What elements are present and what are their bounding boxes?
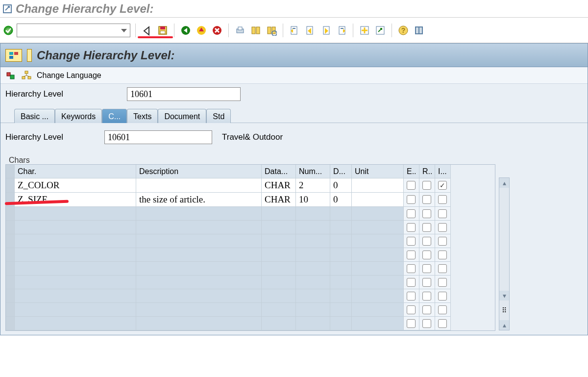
empty-cell[interactable]	[136, 289, 262, 303]
other-object-icon[interactable]	[5, 70, 16, 81]
tab-document[interactable]: Document	[158, 109, 206, 123]
next-page-icon[interactable]	[319, 24, 332, 37]
enter-icon[interactable]	[3, 25, 14, 36]
cancel-red-icon[interactable]	[211, 24, 223, 37]
checkbox-empty[interactable]	[438, 305, 447, 314]
data-cell[interactable]: CHAR	[262, 178, 296, 193]
empty-cell[interactable]	[352, 289, 404, 303]
back-green-icon[interactable]	[179, 24, 192, 37]
empty-cell[interactable]	[352, 207, 404, 221]
scroll-up-icon[interactable]: ▴	[499, 178, 509, 188]
empty-cell[interactable]	[15, 276, 136, 289]
row-selector[interactable]	[6, 178, 15, 193]
empty-cell[interactable]	[15, 234, 136, 248]
print-icon[interactable]	[234, 24, 246, 37]
tab-c[interactable]: C...	[102, 109, 127, 123]
empty-cell[interactable]	[262, 234, 296, 248]
hierarchy-icon[interactable]	[21, 70, 32, 81]
empty-cell[interactable]	[352, 234, 404, 248]
checkbox-empty[interactable]	[422, 278, 431, 287]
find-next-icon[interactable]	[265, 24, 278, 37]
chk-cell[interactable]	[404, 193, 419, 207]
char-cell[interactable]: Z_SIZE	[15, 193, 136, 207]
empty-cell[interactable]	[296, 207, 330, 221]
shortcut-icon[interactable]	[374, 24, 387, 37]
empty-cell[interactable]	[330, 262, 352, 276]
empty-cell[interactable]	[330, 234, 352, 248]
change-language-link[interactable]: Change Language	[37, 71, 101, 80]
checkbox-empty[interactable]	[422, 223, 431, 232]
row-selector[interactable]	[6, 234, 15, 248]
chk-cell[interactable]	[435, 207, 451, 221]
checkbox-empty[interactable]	[422, 292, 431, 301]
command-field[interactable]	[17, 24, 130, 37]
chk-cell[interactable]	[435, 178, 451, 193]
checkbox-empty[interactable]	[422, 305, 431, 314]
checkbox-empty[interactable]	[407, 319, 416, 328]
save-icon[interactable]	[156, 24, 169, 37]
empty-cell[interactable]	[262, 276, 296, 289]
chk-cell[interactable]	[419, 317, 435, 330]
checkbox-empty[interactable]	[438, 251, 447, 259]
empty-cell[interactable]	[296, 221, 330, 234]
checkbox-empty[interactable]	[438, 319, 447, 328]
checkbox-empty[interactable]	[438, 264, 447, 273]
num-cell[interactable]: 10	[296, 193, 330, 207]
dropdown-icon[interactable]	[119, 25, 129, 37]
checkbox-empty[interactable]	[407, 237, 416, 246]
unit-cell[interactable]	[352, 193, 404, 207]
chk-cell[interactable]	[435, 289, 451, 303]
empty-cell[interactable]	[352, 317, 404, 330]
chk-cell[interactable]	[419, 221, 435, 234]
help-icon[interactable]: ?	[397, 24, 410, 37]
chk-cell[interactable]	[404, 289, 419, 303]
chk-cell[interactable]	[404, 317, 419, 330]
chk-cell[interactable]	[404, 221, 419, 234]
checkbox-r[interactable]	[422, 195, 431, 204]
row-selector[interactable]	[6, 276, 15, 289]
empty-cell[interactable]	[15, 303, 136, 317]
checkbox-empty[interactable]	[407, 264, 416, 273]
d-cell[interactable]: 0	[330, 193, 352, 207]
empty-cell[interactable]	[262, 221, 296, 234]
tab-keywords[interactable]: Keywords	[55, 109, 102, 123]
num-cell[interactable]: 2	[296, 178, 330, 193]
hierarchy-level-field-2[interactable]	[104, 130, 212, 144]
row-selector[interactable]	[6, 248, 15, 262]
chk-cell[interactable]	[419, 289, 435, 303]
empty-cell[interactable]	[262, 317, 296, 330]
checkbox-empty[interactable]	[438, 209, 447, 218]
checkbox-empty[interactable]	[422, 319, 431, 328]
tab-std[interactable]: Std	[206, 109, 231, 123]
row-selector[interactable]	[6, 289, 15, 303]
checkbox-empty[interactable]	[407, 278, 416, 287]
exit-yellow-icon[interactable]	[195, 24, 208, 37]
checkbox-empty[interactable]	[422, 251, 431, 259]
chk-cell[interactable]	[435, 262, 451, 276]
chk-cell[interactable]	[419, 303, 435, 317]
row-selector[interactable]	[6, 317, 15, 330]
unit-cell[interactable]	[352, 178, 404, 193]
chk-cell[interactable]	[404, 248, 419, 262]
chk-cell[interactable]	[419, 207, 435, 221]
empty-cell[interactable]	[296, 276, 330, 289]
checkbox-empty[interactable]	[422, 237, 431, 246]
chk-cell[interactable]	[435, 317, 451, 330]
empty-cell[interactable]	[330, 248, 352, 262]
checkbox-r[interactable]	[422, 181, 431, 190]
chk-cell[interactable]	[435, 221, 451, 234]
checkbox-empty[interactable]	[422, 264, 431, 273]
chk-cell[interactable]	[404, 178, 419, 193]
empty-cell[interactable]	[330, 221, 352, 234]
last-page-icon[interactable]	[335, 24, 348, 37]
row-selector[interactable]	[6, 262, 15, 276]
row-selector[interactable]	[6, 207, 15, 221]
prev-page-icon[interactable]	[304, 24, 317, 37]
empty-cell[interactable]	[262, 303, 296, 317]
empty-cell[interactable]	[136, 221, 262, 234]
empty-cell[interactable]	[330, 303, 352, 317]
checkbox-empty[interactable]	[438, 278, 447, 287]
empty-cell[interactable]	[352, 221, 404, 234]
empty-cell[interactable]	[296, 289, 330, 303]
d-cell[interactable]: 0	[330, 178, 352, 193]
